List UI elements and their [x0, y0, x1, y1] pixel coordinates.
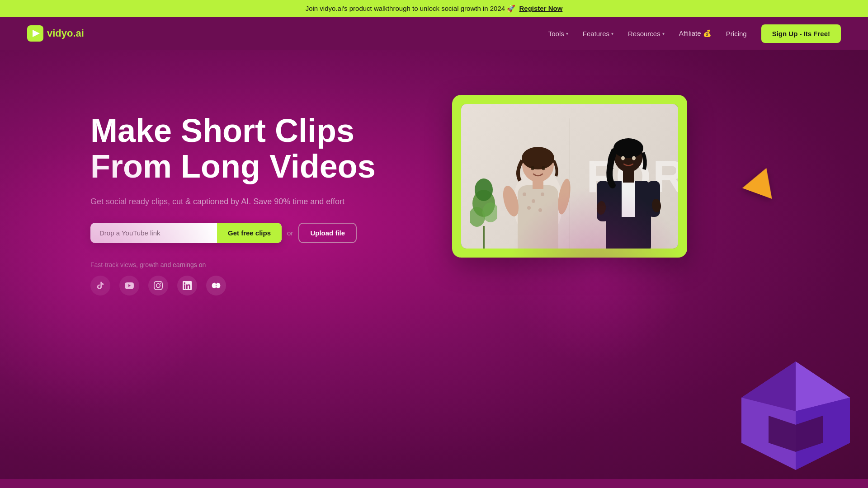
- chevron-down-icon: ▾: [566, 31, 568, 36]
- svg-point-24: [522, 147, 554, 169]
- svg-rect-9: [483, 226, 485, 249]
- svg-point-17: [532, 199, 535, 203]
- svg-marker-4: [741, 361, 796, 411]
- chevron-down-icon: ▾: [611, 31, 613, 36]
- shape-3d-svg: [723, 352, 868, 479]
- svg-marker-3: [796, 361, 850, 411]
- svg-point-13: [475, 178, 493, 201]
- youtube-icon[interactable]: [119, 276, 139, 296]
- linkedin-icon[interactable]: [177, 276, 197, 296]
- signup-button[interactable]: Sign Up - Its Free!: [761, 24, 841, 43]
- nav-tools[interactable]: Tools ▾: [548, 30, 568, 38]
- logo-wordmark: vidyo.ai: [47, 28, 84, 39]
- person-2: [592, 122, 665, 249]
- svg-rect-27: [533, 180, 543, 189]
- triangle-decoration: [742, 163, 781, 199]
- shape-3d-decoration: [723, 352, 868, 479]
- scene-divider: [570, 118, 570, 249]
- input-row: Get free clips or Upload file: [90, 223, 416, 243]
- svg-marker-6: [741, 398, 796, 470]
- svg-marker-5: [796, 398, 850, 470]
- instagram-icon[interactable]: [148, 276, 168, 296]
- chevron-down-icon: ▾: [662, 31, 665, 36]
- svg-point-37: [632, 156, 636, 160]
- video-card: FOR: [452, 95, 687, 258]
- banner-cta[interactable]: Register Now: [519, 5, 562, 12]
- hero-title: Make Short Clips From Long Videos: [90, 113, 416, 184]
- video-thumbnail: FOR: [461, 104, 678, 249]
- svg-point-35: [613, 138, 643, 158]
- url-input-wrapper: Get free clips: [90, 223, 282, 243]
- hero-subtitle: Get social ready clips, cut & captioned …: [90, 197, 416, 206]
- youtube-url-input[interactable]: [90, 223, 217, 243]
- nav-pricing[interactable]: Pricing: [726, 30, 747, 38]
- svg-point-18: [541, 192, 544, 196]
- get-clips-button[interactable]: Get free clips: [217, 223, 282, 243]
- tiktok-icon[interactable]: [90, 276, 110, 296]
- social-label: Fast-track views, growth and earnings on: [90, 261, 416, 268]
- svg-point-19: [527, 206, 531, 210]
- or-separator: or: [287, 229, 293, 237]
- svg-rect-30: [597, 181, 609, 221]
- nav-links: Tools ▾ Features ▾ Resources ▾ Affiliate…: [548, 24, 841, 43]
- navbar: vidyo.ai Tools ▾ Features ▾ Resources ▾ …: [0, 17, 868, 50]
- svg-marker-8: [769, 416, 823, 452]
- nav-affiliate[interactable]: Affiliate 💰: [679, 29, 712, 38]
- svg-marker-2: [741, 361, 850, 470]
- plant-decoration: [470, 158, 497, 249]
- nav-features[interactable]: Features ▾: [583, 30, 613, 38]
- upload-file-button[interactable]: Upload file: [298, 223, 357, 243]
- svg-point-16: [523, 192, 526, 196]
- hero-section: Make Short Clips From Long Videos Get so…: [0, 50, 868, 479]
- announcement-banner: Join vidyo.ai's product walkthrough to u…: [0, 0, 868, 17]
- hero-left: Make Short Clips From Long Videos Get so…: [90, 86, 416, 296]
- logo[interactable]: vidyo.ai: [27, 25, 84, 42]
- person-1: [497, 131, 579, 249]
- social-section: Fast-track views, growth and earnings on: [90, 261, 416, 296]
- svg-point-36: [621, 156, 625, 160]
- nav-resources[interactable]: Resources ▾: [628, 30, 665, 38]
- svg-rect-38: [623, 171, 634, 183]
- svg-point-20: [538, 208, 542, 212]
- meta-icon[interactable]: [206, 276, 226, 296]
- svg-point-25: [531, 166, 534, 170]
- hero-right: FOR: [452, 86, 687, 258]
- svg-marker-7: [796, 398, 850, 470]
- svg-rect-29: [622, 181, 635, 217]
- svg-point-26: [542, 166, 545, 170]
- video-scene: FOR: [461, 104, 678, 249]
- social-icons: [90, 276, 416, 296]
- banner-text: Join vidyo.ai's product walkthrough to u…: [306, 5, 516, 12]
- logo-icon: [27, 25, 43, 42]
